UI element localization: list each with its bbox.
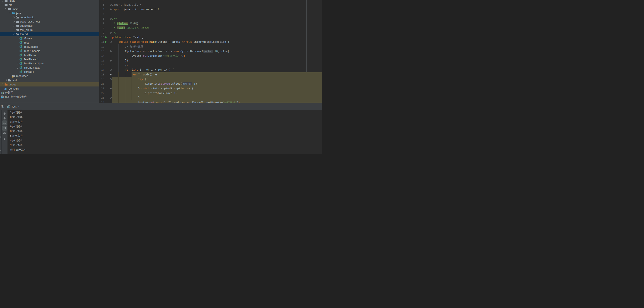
run-gutter-icon[interactable] (105, 36, 107, 38)
tree-item-TestRunnable[interactable]: CTestRunnable (0, 49, 99, 53)
tree-item-TestThread1[interactable]: CTestThread1 (0, 57, 99, 61)
tree-item-target[interactable]: target (0, 82, 99, 87)
tree-item-test_enum[interactable]: test_enum (0, 28, 99, 32)
chevron-right-icon[interactable] (12, 16, 16, 19)
chevron-right-icon[interactable] (12, 20, 16, 23)
code-line-12[interactable]: 12 // 加法计数器 (100, 44, 322, 49)
chevron-right-icon[interactable] (16, 66, 19, 69)
chevron-right-icon[interactable] (1, 83, 4, 86)
tree-item-resources[interactable]: resources (0, 74, 99, 78)
chevron-spacer (16, 53, 19, 57)
code-line-23[interactable]: 23 } (100, 95, 322, 100)
tree-item-static_class_test[interactable]: static_class_test (0, 20, 99, 24)
chevron-right-icon[interactable] (12, 24, 16, 28)
tree-item-staticclass[interactable]: staticclass (0, 24, 99, 28)
class-icon: C (19, 53, 23, 57)
scroll-to-end-button[interactable] (2, 126, 7, 131)
code-line-10[interactable]: 10public class Test { (100, 35, 322, 40)
close-icon[interactable]: × (18, 105, 20, 108)
code-line-14[interactable]: 14 System.out.println("程序执行完毕"); (100, 54, 322, 58)
fold-marker-end[interactable] (110, 60, 112, 62)
code-line-5[interactable]: 5 (100, 12, 322, 16)
fold-marker-end[interactable] (110, 97, 112, 99)
console-line: 4执行完毕 (10, 138, 322, 143)
line-number: 14 (100, 54, 104, 58)
code-line-4[interactable]: 4import java.util.concurrent.*; (100, 7, 322, 12)
fold-marker-start[interactable] (110, 18, 112, 20)
fold-marker-start[interactable] (110, 4, 112, 6)
code-line-6[interactable]: 6/** (100, 17, 322, 21)
tree-item-.idea[interactable]: .idea (0, 0, 99, 3)
code-line-3[interactable]: 3import java.util.*; (100, 3, 322, 7)
tree-item-pom.xml[interactable]: mpom.xml (0, 87, 99, 91)
code-line-9[interactable]: 9 */ (100, 31, 322, 35)
trash-button[interactable] (3, 137, 6, 141)
code-line-13[interactable]: 13 CyclicBarrier cyclicBarrier = new Cyc… (100, 49, 322, 54)
fold-marker-start[interactable] (110, 78, 112, 80)
fold-marker-start[interactable] (110, 74, 112, 76)
line-number: 21 (100, 86, 104, 91)
tree-item-code_block[interactable]: code_block (0, 15, 99, 19)
code-line-22[interactable]: 22 e.printStackTrace(); (100, 91, 322, 95)
chevron-down-icon[interactable] (4, 7, 8, 11)
token-doc: /** (112, 17, 117, 20)
chevron-right-icon[interactable] (1, 0, 4, 2)
chevron-spacer (16, 58, 19, 61)
tree-item-java[interactable]: java (0, 11, 99, 15)
tree-item-TestCallable[interactable]: CTestCallable (0, 45, 99, 49)
tree-item-thread[interactable]: thread (0, 32, 99, 36)
code-line-15[interactable]: 15 }); (100, 58, 322, 63)
chevron-right-icon[interactable] (16, 62, 19, 65)
package-icon (16, 16, 19, 19)
run-gutter-icon[interactable] (105, 41, 107, 43)
tree-item-src[interactable]: src (0, 3, 99, 7)
token-semi: ; (197, 82, 199, 85)
tab-test[interactable]: Test × (4, 103, 20, 110)
chevron-down-icon[interactable] (12, 33, 16, 36)
tree-item-外部库[interactable]: 外部库 (0, 91, 99, 95)
tree-item-label: static_class_test (20, 20, 40, 23)
code-line-19[interactable]: 19 try { (100, 77, 322, 82)
tree-item-TestThread[interactable]: CTestThread (0, 53, 99, 57)
tree-item-Thread4[interactable]: CThread4 (0, 70, 99, 74)
soft-wrap-button[interactable] (2, 120, 7, 125)
tree-item-test[interactable]: test (0, 78, 99, 82)
up-arrow-button[interactable] (3, 112, 6, 115)
code-line-20[interactable]: 20 TimeUnit.SECONDS.sleep(timeout: 3); (100, 82, 322, 86)
token-doc: */ (112, 31, 117, 34)
fold-marker-start[interactable] (110, 41, 112, 43)
tree-item-临时文件和控制台[interactable]: 临时文件和控制台 (0, 95, 99, 99)
selection-highlight (132, 72, 322, 77)
code-line-11[interactable]: 11 public static void main(String[] args… (100, 40, 322, 44)
tree-item-Money[interactable]: CMoney (0, 36, 99, 41)
chevron-right-icon[interactable] (4, 79, 8, 82)
code-line-7[interactable]: 7 * @Author 夏秋初 (100, 21, 322, 26)
line-number: 24 (100, 100, 104, 103)
printer-button[interactable] (3, 132, 6, 135)
chevron-spacer (16, 41, 19, 44)
token-semi: ; (159, 8, 161, 11)
code-line-18[interactable]: 18 new Thread(()->{ (100, 72, 322, 77)
fold-marker-end[interactable] (110, 9, 112, 10)
chevron-down-icon[interactable] (1, 3, 4, 7)
code-line-8[interactable]: 8 * @Date 2022/3/1 15:36 (100, 26, 322, 30)
fold-marker-start[interactable] (110, 51, 112, 52)
code-line-16[interactable]: 16 // (100, 63, 322, 68)
code-text: System.out.println(Thread.currentThread(… (112, 100, 240, 103)
chevron-right-icon[interactable] (12, 28, 16, 32)
code-line-17[interactable]: 17 for (int i = 0; i < 10; i++) { (100, 68, 322, 72)
tree-item-TestThread3.java[interactable]: CTestThread3.java (0, 62, 99, 66)
scratches-icon (1, 95, 4, 99)
code-line-24[interactable]: 24 System.out.println(Thread.currentThre… (100, 100, 322, 103)
fold-marker-end[interactable] (110, 32, 112, 34)
chevron-down-icon[interactable] (8, 12, 12, 15)
token-def: TimeUnit. (112, 82, 159, 85)
fold-marker-end[interactable] (110, 88, 112, 89)
fold-marker-start[interactable] (110, 69, 112, 71)
down-arrow-button[interactable] (3, 117, 6, 120)
tree-item-Test[interactable]: CTest (0, 41, 99, 45)
code-line-21[interactable]: 21 } catch (InterruptedException e) { (100, 86, 322, 91)
code-editor[interactable]: 23import java.util.*;4import java.util.c… (100, 0, 322, 103)
tree-item-Thread3.java[interactable]: CThread3.java (0, 66, 99, 70)
tree-item-main[interactable]: main (0, 7, 99, 11)
